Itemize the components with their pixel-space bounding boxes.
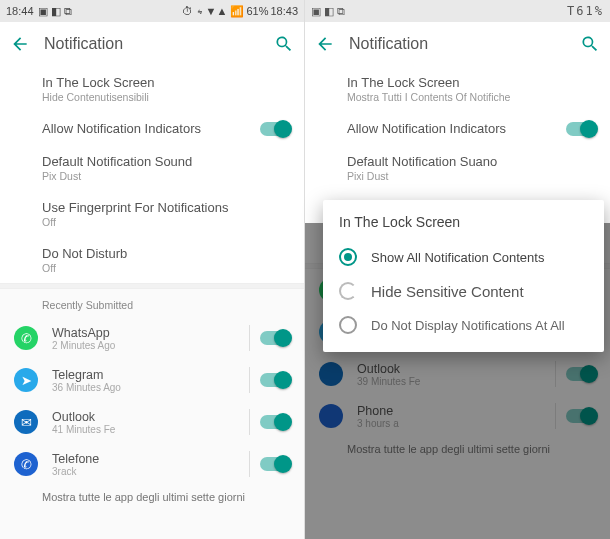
fingerprint-label: Use Fingerprint For Notifications <box>42 200 290 215</box>
option-show-all[interactable]: Show All Notification Contents <box>337 240 592 274</box>
app-row: Phone3 hours a <box>305 395 610 437</box>
app-toggle[interactable] <box>260 373 290 387</box>
footer-hint: Mostra tutte le app degli ultimi sette g… <box>305 437 610 455</box>
row-lock-screen[interactable]: In The Lock Screen Hide Contenutisensibi… <box>0 66 304 112</box>
radio-icon <box>339 316 357 334</box>
divider <box>555 403 556 429</box>
back-icon[interactable] <box>315 34 335 54</box>
app-name: Outlook <box>52 410 239 424</box>
dnd-label: Do Not Disturb <box>42 246 290 261</box>
app-row[interactable]: ✉Outlook41 Minutes Fe <box>0 401 304 443</box>
dnd-sub: Off <box>42 262 290 274</box>
lock-screen-label: In The Lock Screen <box>347 75 596 90</box>
app-icon: ✆ <box>14 452 38 476</box>
app-icon: ✆ <box>14 326 38 350</box>
app-sub: 41 Minutes Fe <box>52 424 239 435</box>
page-title: Notification <box>349 35 566 53</box>
app-sub: 36 Minutes Ago <box>52 382 239 393</box>
divider <box>249 451 250 477</box>
radio-icon <box>339 282 357 300</box>
app-name: WhatsApp <box>52 326 239 340</box>
app-icon <box>319 404 343 428</box>
search-icon[interactable] <box>274 34 294 54</box>
app-sub: 39 Minutes Fe <box>357 376 545 387</box>
footer-hint[interactable]: Mostra tutte le app degli ultimi sette g… <box>0 485 304 503</box>
allow-indicators-label: Allow Notification Indicators <box>42 121 260 136</box>
status-time-2: 18:43 <box>270 5 298 17</box>
app-name: Telefone <box>52 452 239 466</box>
page-title: Notification <box>44 35 260 53</box>
status-sys-icons: ⏱ ⇋ ▼▲ 📶 <box>182 5 244 18</box>
divider <box>249 409 250 435</box>
lock-screen-sub: Mostra Tutti I Contents Of Notifiche <box>347 91 596 103</box>
back-icon[interactable] <box>10 34 30 54</box>
app-row[interactable]: ✆WhatsApp2 Minutes Ago <box>0 317 304 359</box>
option-do-not-display[interactable]: Do Not Display Notifications At All <box>337 308 592 342</box>
divider <box>249 325 250 351</box>
left-screenshot: 18:44 ▣ ◧ ⧉ ⏱ ⇋ ▼▲ 📶 61% 18:43 Notificat… <box>0 0 305 539</box>
row-fingerprint[interactable]: Use Fingerprint For Notifications Off <box>0 191 304 237</box>
option-label: Do Not Display Notifications At All <box>371 318 565 333</box>
option-label: Hide Sensitive Content <box>371 283 524 300</box>
status-notif-icons: ▣ ◧ ⧉ <box>311 5 345 18</box>
right-screenshot: ▣ ◧ ⧉ T61% Notification In The Lock Scre… <box>305 0 610 539</box>
row-default-sound[interactable]: Default Notification Sound Pix Dust <box>0 145 304 191</box>
app-icon: ✉ <box>14 410 38 434</box>
app-name: Phone <box>357 404 545 418</box>
allow-indicators-label: Allow Notification Indicators <box>347 121 566 136</box>
search-icon[interactable] <box>580 34 600 54</box>
app-icon <box>319 362 343 386</box>
status-bar: 18:44 ▣ ◧ ⧉ ⏱ ⇋ ▼▲ 📶 61% 18:43 <box>0 0 304 22</box>
lock-screen-label: In The Lock Screen <box>42 75 290 90</box>
row-allow-indicators[interactable]: Allow Notification Indicators <box>0 112 304 145</box>
lock-screen-sub: Hide Contenutisensibili <box>42 91 290 103</box>
app-row: Outlook39 Minutes Fe <box>305 353 610 395</box>
default-sound-label: Default Notification Suano <box>347 154 596 169</box>
app-toggle[interactable] <box>260 415 290 429</box>
app-toggle <box>566 409 596 423</box>
status-battery: T61% <box>567 4 604 18</box>
app-icon: ➤ <box>14 368 38 392</box>
status-battery: 61% <box>246 5 268 17</box>
option-label: Show All Notification Contents <box>371 250 544 265</box>
allow-indicators-toggle[interactable] <box>260 122 290 136</box>
divider <box>555 361 556 387</box>
app-name: Telegram <box>52 368 239 382</box>
app-toggle <box>566 367 596 381</box>
default-sound-label: Default Notification Sound <box>42 154 290 169</box>
row-allow-indicators: Allow Notification Indicators <box>305 112 610 145</box>
app-name: Outlook <box>357 362 545 376</box>
status-notif-icons: ▣ ◧ ⧉ <box>38 5 72 18</box>
default-sound-sub: Pixi Dust <box>347 170 596 182</box>
status-time: 18:44 <box>6 5 34 17</box>
app-toggle[interactable] <box>260 331 290 345</box>
row-dnd[interactable]: Do Not Disturb Off <box>0 237 304 283</box>
divider <box>249 367 250 393</box>
app-sub: 3rack <box>52 466 239 477</box>
settings-list: In The Lock Screen Hide Contenutisensibi… <box>0 66 304 283</box>
app-list: ✆WhatsApp2 Minutes Ago➤Telegram36 Minute… <box>0 317 304 485</box>
lock-screen-dialog: In The Lock Screen Show All Notification… <box>323 200 604 352</box>
option-hide-sensitive[interactable]: Hide Sensitive Content <box>337 274 592 308</box>
radio-icon <box>339 248 357 266</box>
row-lock-screen: In The Lock Screen Mostra Tutti I Conten… <box>305 66 610 112</box>
recently-submitted-label: Recently Submitted <box>0 289 304 317</box>
dialog-title: In The Lock Screen <box>339 214 592 230</box>
app-toggle[interactable] <box>260 457 290 471</box>
fingerprint-sub: Off <box>42 216 290 228</box>
app-row[interactable]: ✆Telefone3rack <box>0 443 304 485</box>
status-bar: ▣ ◧ ⧉ T61% <box>305 0 610 22</box>
app-row[interactable]: ➤Telegram36 Minutes Ago <box>0 359 304 401</box>
app-bar: Notification <box>305 22 610 66</box>
allow-indicators-toggle <box>566 122 596 136</box>
row-default-sound: Default Notification Suano Pixi Dust <box>305 145 610 191</box>
default-sound-sub: Pix Dust <box>42 170 290 182</box>
app-sub: 2 Minutes Ago <box>52 340 239 351</box>
app-sub: 3 hours a <box>357 418 545 429</box>
app-bar: Notification <box>0 22 304 66</box>
